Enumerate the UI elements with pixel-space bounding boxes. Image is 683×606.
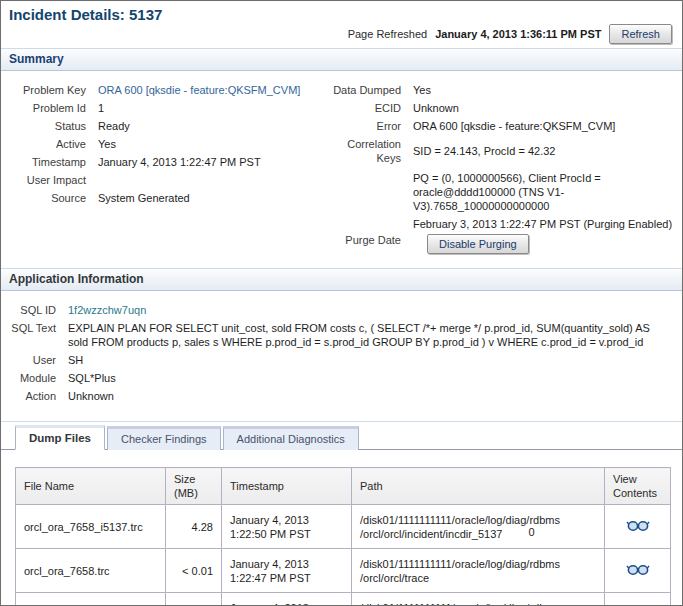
user-field: User SH <box>1 353 672 367</box>
user-impact-field: User Impact <box>1 173 331 187</box>
user-impact-label: User Impact <box>1 173 86 187</box>
correlation-keys-label: Correlation Keys <box>331 137 401 165</box>
column-header-view-contents: View Contents <box>605 468 671 505</box>
timestamp-cell: January 4, 2013 1:22:50 PM PST <box>222 505 352 549</box>
source-label: Source <box>1 191 86 205</box>
size-cell: < 0.01 <box>166 593 222 606</box>
data-dumped-label: Data Dumped <box>331 83 401 97</box>
file-name-cell: orcl_ora_7658_i5137.trc <box>16 505 166 549</box>
ecid-value: Unknown <box>413 101 459 115</box>
refresh-row: Page Refreshed January 4, 2013 1:36:11 P… <box>9 24 674 44</box>
source-field: Source System Generated <box>1 191 331 205</box>
column-header-path: Path <box>352 468 605 505</box>
active-value: Yes <box>98 137 116 151</box>
purge-date-field: Purge Date February 3, 2013 1:22:47 PM P… <box>331 217 681 254</box>
page-refreshed-label: Page Refreshed <box>348 28 428 40</box>
summary-right-column: Data Dumped Yes ECID Unknown Error ORA 6… <box>331 79 683 258</box>
data-dumped-value: Yes <box>413 83 431 97</box>
status-label: Status <box>1 119 86 133</box>
table-row: orcl_ora_7658_i5137.trc 4.28 January 4, … <box>16 505 671 549</box>
view-contents-cell <box>605 549 671 593</box>
size-cell: 4.28 <box>166 505 222 549</box>
problem-id-field: Problem Id 1 <box>1 101 331 115</box>
ecid-field: ECID Unknown <box>331 101 681 115</box>
summary-section: Problem Key ORA 600 [qksdie - feature:QK… <box>1 71 682 264</box>
tab-bar: Dump Files Checker Findings Additional D… <box>1 425 682 450</box>
path-cell: /disk01/1111111111/oracle/log/diag/rdbms… <box>352 549 605 593</box>
timestamp-cell: January 4, 2013 1:22:50 PM PST <box>222 593 352 606</box>
tab-dump-files[interactable]: Dump Files <box>15 425 105 450</box>
sql-id-value[interactable]: 1f2wzzchw7uqn <box>68 303 146 317</box>
problem-key-label: Problem Key <box>1 83 86 97</box>
action-field: Action Unknown <box>1 389 672 403</box>
sql-id-label: SQL ID <box>1 303 56 317</box>
column-header-file-name: File Name <box>16 468 166 505</box>
page-title: Incident Details: 5137 <box>9 6 674 23</box>
tab-additional-diagnostics[interactable]: Additional Diagnostics <box>223 426 359 450</box>
timestamp-value: January 4, 2013 1:22:47 PM PST <box>98 155 261 169</box>
column-header-size-mb: Size (MB) <box>166 468 222 505</box>
correlation-keys-value: SID = 24.143, ProcId = 42.32 <box>413 144 555 158</box>
problem-id-value: 1 <box>98 101 104 115</box>
tab-checker-findings[interactable]: Checker Findings <box>107 426 221 450</box>
dump-files-table: File Name Size (MB) Timestamp Path View … <box>15 467 671 606</box>
path-line2: /orcl/orcl/trace <box>360 572 429 584</box>
path-line2-wrap: /orcl/orcl/trace <box>360 571 596 585</box>
problem-id-label: Problem Id <box>1 101 86 115</box>
module-value: SQL*Plus <box>68 371 116 385</box>
data-dumped-field: Data Dumped Yes <box>331 83 681 97</box>
incident-details-page: Incident Details: 5137 Page Refreshed Ja… <box>0 0 683 606</box>
application-information-heading: Application Information <box>1 268 682 291</box>
source-value: System Generated <box>98 191 190 205</box>
tabs-divider <box>1 421 682 422</box>
sql-text-value: EXPLAIN PLAN FOR SELECT unit_cost, sold … <box>68 321 658 349</box>
error-field: Error ORA 600 [qksdie - feature:QKSFM_CV… <box>331 119 681 133</box>
path-line1: /disk01/1111111111/oracle/log/diag/rdbms <box>360 513 596 527</box>
problem-key-field: Problem Key ORA 600 [qksdie - feature:QK… <box>1 83 331 97</box>
active-label: Active <box>1 137 86 151</box>
user-value: SH <box>68 353 83 367</box>
file-name-cell: orcl_m000_8100_i5137_a.trc <box>16 593 166 606</box>
path-line1: /disk01/1111111111/oracle/log/diag/rdbms <box>360 557 596 571</box>
summary-heading: Summary <box>1 48 682 71</box>
module-label: Module <box>1 371 56 385</box>
action-value: Unknown <box>68 389 114 403</box>
user-label: User <box>1 353 56 367</box>
timestamp-cell: January 4, 2013 1:22:47 PM PST <box>222 549 352 593</box>
table-row: orcl_ora_7658.trc < 0.01 January 4, 2013… <box>16 549 671 593</box>
page-header: Incident Details: 5137 Page Refreshed Ja… <box>1 1 682 44</box>
column-header-timestamp: Timestamp <box>222 468 352 505</box>
disable-purging-button[interactable]: Disable Purging <box>427 234 529 254</box>
correlation-keys-field: Correlation Keys SID = 24.143, ProcId = … <box>331 137 681 165</box>
table-header-row: File Name Size (MB) Timestamp Path View … <box>16 468 671 505</box>
timestamp-label: Timestamp <box>1 155 86 169</box>
path-line2-wrap: /orcl/orcl/incident/incdir_51370 <box>360 527 596 541</box>
problem-key-value[interactable]: ORA 600 [qksdie - feature:QKSFM_CVM] <box>98 83 300 97</box>
sql-text-field: SQL Text EXPLAIN PLAN FOR SELECT unit_co… <box>1 321 672 349</box>
purge-date-label: Purge Date <box>331 233 401 254</box>
purge-date-value-wrap: February 3, 2013 1:22:47 PM PST (Purging… <box>413 217 681 254</box>
action-label: Action <box>1 389 56 403</box>
path-line1: /disk01/1111111111/oracle/log/diag/rdbms <box>360 601 596 606</box>
active-field: Active Yes <box>1 137 331 151</box>
timestamp-field: Timestamp January 4, 2013 1:22:47 PM PST <box>1 155 331 169</box>
size-cell: < 0.01 <box>166 549 222 593</box>
eyeglasses-icon[interactable] <box>626 519 650 535</box>
status-field: Status Ready <box>1 119 331 133</box>
view-contents-cell <box>605 505 671 549</box>
sql-id-field: SQL ID 1f2wzzchw7uqn <box>1 303 672 317</box>
error-value: ORA 600 [qksdie - feature:QKSFM_CVM] <box>413 119 615 133</box>
purge-date-value: February 3, 2013 1:22:47 PM PST (Purging… <box>413 218 672 230</box>
summary-left-column: Problem Key ORA 600 [qksdie - feature:QK… <box>1 79 331 258</box>
eyeglasses-icon[interactable] <box>626 563 650 579</box>
status-value: Ready <box>98 119 130 133</box>
module-field: Module SQL*Plus <box>1 371 672 385</box>
ecid-label: ECID <box>331 101 401 115</box>
path-cell: /disk01/1111111111/oracle/log/diag/rdbms… <box>352 505 605 549</box>
path-note: 0 <box>528 526 534 538</box>
table-row: orcl_m000_8100_i5137_a.trc < 0.01 Januar… <box>16 593 671 606</box>
page-refreshed-time: January 4, 2013 1:36:11 PM PST <box>435 28 601 40</box>
correlation-keys-value2: PQ = (0, 1000000566), Client ProcId = or… <box>413 171 675 213</box>
refresh-button[interactable]: Refresh <box>609 24 672 44</box>
error-label: Error <box>331 119 401 133</box>
